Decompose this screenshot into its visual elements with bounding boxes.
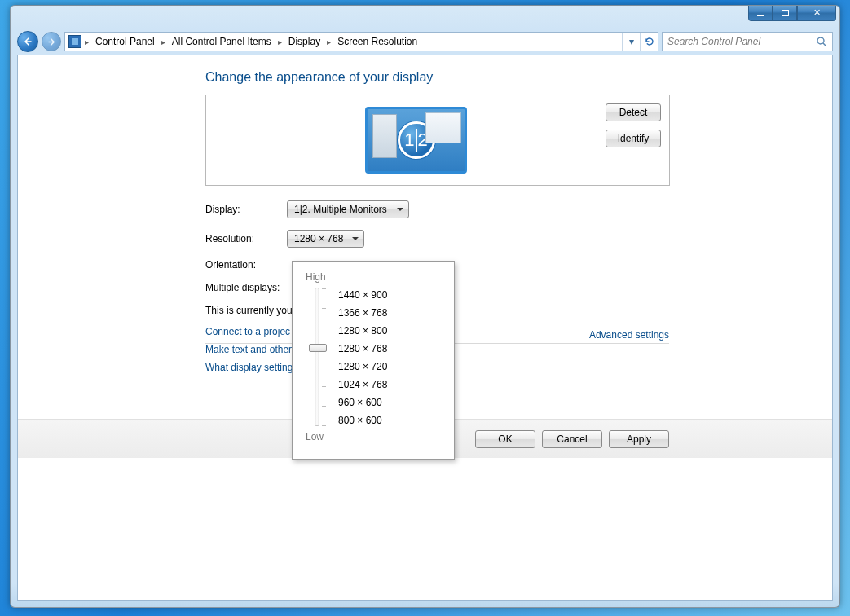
- refresh-button[interactable]: [640, 33, 658, 51]
- display-combo-value: 1|2. Multiple Monitors: [294, 204, 387, 215]
- breadcrumb-item[interactable]: Display: [285, 36, 324, 47]
- slider-thumb[interactable]: [309, 344, 327, 352]
- resolution-combo-value: 1280 × 768: [294, 233, 343, 244]
- detect-button[interactable]: Detect: [606, 103, 661, 121]
- chevron-down-icon: ▾: [629, 36, 634, 47]
- chevron-right-icon[interactable]: ▸: [276, 37, 284, 46]
- search-icon: [816, 36, 827, 47]
- resolution-combo[interactable]: 1280 × 768: [287, 230, 364, 248]
- window-frame: ✕ ▸ Control Panel ▸ All Control Panel It…: [10, 5, 840, 608]
- maximize-icon: [782, 10, 789, 16]
- ok-button[interactable]: OK: [475, 430, 535, 448]
- address-row: ▸ Control Panel ▸ All Control Panel Item…: [11, 29, 839, 55]
- resolution-option[interactable]: 800 × 600: [338, 415, 387, 426]
- svg-point-0: [817, 37, 824, 44]
- slider-track: [315, 288, 319, 426]
- identify-button[interactable]: Identify: [606, 130, 661, 147]
- control-panel-icon: [68, 35, 81, 48]
- arrow-right-icon: [47, 37, 56, 46]
- close-button[interactable]: ✕: [797, 5, 836, 21]
- window-controls: ✕: [748, 5, 836, 21]
- resolution-popup-body: 1440 × 900 1366 × 768 1280 × 800 1280 × …: [309, 288, 443, 426]
- resolution-option[interactable]: 1440 × 900: [338, 289, 387, 301]
- breadcrumb-item[interactable]: Control Panel: [92, 36, 158, 47]
- address-bar[interactable]: ▸ Control Panel ▸ All Control Panel Item…: [64, 32, 658, 51]
- arrow-left-icon: [23, 37, 33, 46]
- back-button[interactable]: [17, 31, 38, 52]
- resolution-option[interactable]: 1280 × 720: [338, 361, 387, 372]
- titlebar: ✕: [11, 6, 839, 29]
- monitor-preview[interactable]: 1 2: [365, 107, 467, 174]
- close-icon: ✕: [813, 7, 821, 18]
- monitor-number-2: 2: [418, 130, 428, 151]
- resolution-option[interactable]: 1024 × 768: [338, 379, 387, 390]
- chevron-right-icon[interactable]: ▸: [83, 37, 90, 46]
- resolution-option[interactable]: 960 × 600: [338, 397, 387, 408]
- chevron-right-icon[interactable]: ▸: [325, 37, 333, 46]
- resolution-label: Resolution:: [205, 233, 287, 244]
- resolution-option[interactable]: 1280 × 768: [338, 343, 387, 354]
- display-combo[interactable]: 1|2. Multiple Monitors: [287, 200, 409, 218]
- badge-separator: [416, 129, 417, 152]
- address-dropdown-button[interactable]: ▾: [622, 33, 640, 51]
- chevron-right-icon[interactable]: ▸: [160, 37, 167, 46]
- breadcrumb-item[interactable]: Screen Resolution: [334, 36, 421, 47]
- resolution-slider[interactable]: [309, 288, 325, 426]
- cancel-button[interactable]: Cancel: [542, 430, 602, 448]
- forward-button[interactable]: [42, 32, 61, 51]
- advanced-settings-link[interactable]: Advanced settings: [589, 329, 669, 341]
- svg-line-1: [823, 43, 826, 46]
- search-input[interactable]: Search Control Panel: [662, 32, 833, 51]
- orientation-label: Orientation:: [205, 259, 287, 271]
- display-label: Display:: [205, 204, 287, 215]
- refresh-icon: [644, 36, 655, 47]
- minimize-icon: [757, 15, 764, 16]
- display-preview-box: 1 2 Detect Identify: [205, 95, 670, 186]
- minimize-button[interactable]: [748, 5, 773, 21]
- resolution-options-list: 1440 × 900 1366 × 768 1280 × 800 1280 × …: [338, 288, 387, 426]
- resolution-high-label: High: [306, 271, 443, 283]
- resolution-option[interactable]: 1280 × 800: [338, 325, 387, 337]
- resolution-option[interactable]: 1366 × 768: [338, 307, 387, 319]
- maximize-button[interactable]: [773, 5, 797, 21]
- content-area: Change the appearance of your display 1 …: [17, 55, 833, 601]
- page-heading: Change the appearance of your display: [205, 70, 832, 85]
- resolution-popup: High 1440 × 900: [292, 261, 455, 460]
- apply-button[interactable]: Apply: [609, 430, 669, 448]
- address-bar-right: ▾: [622, 33, 658, 51]
- preview-side-buttons: Detect Identify: [606, 103, 661, 147]
- search-placeholder: Search Control Panel: [667, 36, 760, 47]
- breadcrumb-item[interactable]: All Control Panel Items: [169, 36, 275, 47]
- monitor-badge: 1 2: [398, 121, 435, 159]
- multiple-displays-label: Multiple displays:: [205, 282, 287, 293]
- monitor-number-1: 1: [404, 130, 414, 151]
- resolution-low-label: Low: [306, 431, 443, 442]
